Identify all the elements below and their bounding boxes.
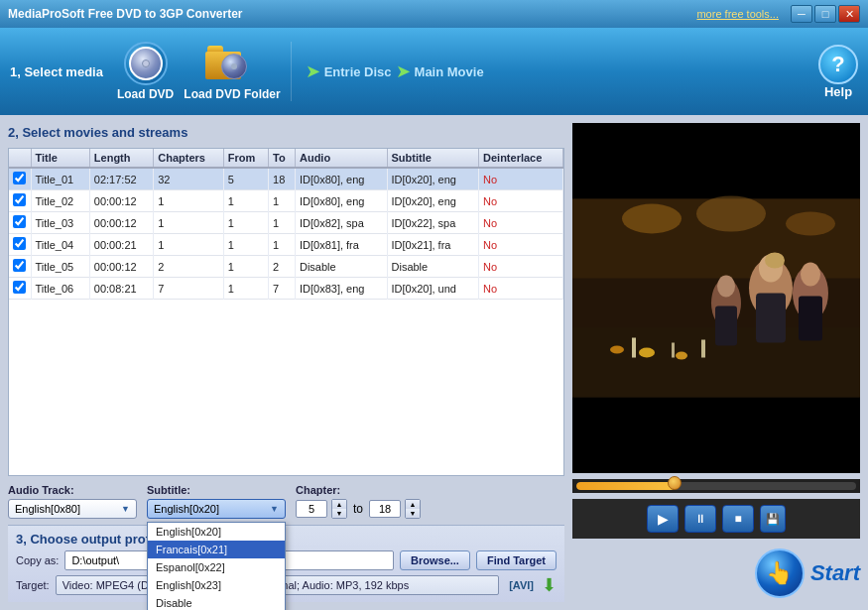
chapter-to-up-button[interactable]: ▲ bbox=[406, 500, 420, 509]
row-checkbox[interactable] bbox=[13, 172, 26, 184]
row-deinterlace: No bbox=[479, 168, 563, 190]
row-chapters: 7 bbox=[154, 278, 223, 300]
toolbar-separator bbox=[291, 42, 292, 101]
app-title: MediaProSoft Free DVD to 3GP Converter bbox=[8, 7, 243, 21]
col-subtitle: Subtitle bbox=[387, 149, 479, 168]
step1-label: 1, Select media bbox=[10, 64, 103, 79]
maximize-button[interactable]: □ bbox=[814, 5, 836, 23]
audio-track-value: English[0x80] bbox=[15, 503, 80, 515]
chapter-from-up-button[interactable]: ▲ bbox=[332, 500, 346, 509]
progress-bar-background bbox=[576, 482, 856, 490]
minimize-button[interactable]: ─ bbox=[791, 5, 812, 23]
row-subtitle: ID[0x20], eng bbox=[387, 190, 479, 212]
row-chapters: 32 bbox=[154, 168, 223, 190]
row-check[interactable] bbox=[9, 190, 31, 212]
row-check[interactable] bbox=[9, 168, 31, 190]
row-from: 1 bbox=[223, 190, 268, 212]
subtitle-value: English[0x20] bbox=[154, 503, 219, 515]
table-row[interactable]: Title_05 00:00:12 2 1 2 Disable Disable … bbox=[9, 256, 563, 278]
row-from: 5 bbox=[223, 168, 268, 190]
row-audio: Disable bbox=[295, 256, 387, 278]
section3-panel: 3, Choose output profile Copy as: Browse… bbox=[8, 525, 564, 602]
close-button[interactable]: ✕ bbox=[838, 5, 860, 23]
table-row[interactable]: Title_02 00:00:12 1 1 1 ID[0x80], eng ID… bbox=[9, 190, 563, 212]
row-check[interactable] bbox=[9, 278, 31, 300]
row-checkbox[interactable] bbox=[13, 281, 26, 294]
row-audio: ID[0x82], spa bbox=[295, 212, 387, 234]
target-label: Target: bbox=[16, 579, 50, 591]
subtitle-option-english20[interactable]: English[0x20] bbox=[148, 523, 285, 541]
table-row[interactable]: Title_01 02:17:52 32 5 18 ID[0x80], eng … bbox=[9, 168, 563, 190]
find-target-button[interactable]: Find Target bbox=[476, 550, 557, 570]
entrie-disc-label[interactable]: Entrie Disc bbox=[324, 64, 392, 79]
help-button[interactable]: ? Help bbox=[818, 45, 858, 99]
row-checkbox[interactable] bbox=[13, 193, 26, 206]
subtitle-group: Subtitle: English[0x20] ▼ English[0x20] … bbox=[147, 484, 286, 519]
table-row[interactable]: Title_03 00:00:12 1 1 1 ID[0x82], spa ID… bbox=[9, 212, 563, 234]
save-frame-button[interactable]: 💾 bbox=[760, 505, 786, 533]
subtitle-option-disable[interactable]: Disable bbox=[148, 594, 285, 610]
progress-thumb[interactable] bbox=[668, 476, 682, 490]
row-length: 02:17:52 bbox=[89, 168, 153, 190]
load-dvd-button[interactable]: Load DVD bbox=[117, 42, 174, 101]
subtitle-select-inner: English[0x20] ▼ bbox=[154, 503, 279, 515]
subtitle-select[interactable]: English[0x20] ▼ bbox=[147, 499, 286, 519]
arrow-main-icon: ➤ bbox=[396, 61, 411, 82]
target-format-badge: [AVI] bbox=[509, 579, 534, 591]
progress-area[interactable] bbox=[572, 479, 860, 493]
col-from: From bbox=[223, 149, 268, 168]
subtitle-option-francais21[interactable]: Francais[0x21] bbox=[148, 541, 285, 558]
title-bar-right: more free tools... ─ □ ✕ bbox=[696, 5, 860, 23]
pause-button[interactable]: ⏸ bbox=[684, 505, 716, 533]
media-table-container[interactable]: Title Length Chapters From To Audio Subt… bbox=[8, 148, 564, 476]
row-to: 7 bbox=[269, 278, 296, 300]
row-title: Title_05 bbox=[31, 256, 89, 278]
table-row[interactable]: Title_04 00:00:21 1 1 1 ID[0x81], fra ID… bbox=[9, 234, 563, 256]
start-button[interactable]: 👆 Start bbox=[755, 549, 860, 598]
subtitle-option-english23[interactable]: English[0x23] bbox=[148, 576, 285, 594]
chapter-to-input[interactable] bbox=[369, 500, 401, 518]
row-checkbox[interactable] bbox=[13, 215, 26, 228]
row-check[interactable] bbox=[9, 212, 31, 234]
stop-button[interactable]: ■ bbox=[722, 505, 754, 533]
audio-track-select[interactable]: English[0x80] ▼ bbox=[8, 499, 137, 519]
subtitle-label: Subtitle: bbox=[147, 484, 286, 496]
media-table: Title Length Chapters From To Audio Subt… bbox=[9, 149, 563, 300]
more-free-tools-link[interactable]: more free tools... bbox=[696, 8, 779, 20]
chapter-label: Chapter: bbox=[296, 484, 421, 496]
load-dvd-folder-button[interactable]: Load DVD Folder bbox=[184, 42, 280, 101]
main-movie-label[interactable]: Main Movie bbox=[415, 64, 484, 79]
main-area: 2, Select movies and streams Title Lengt… bbox=[0, 115, 868, 610]
title-bar: MediaProSoft Free DVD to 3GP Converter m… bbox=[0, 0, 868, 28]
row-title: Title_01 bbox=[31, 168, 89, 190]
row-check[interactable] bbox=[9, 234, 31, 256]
title-bar-left: MediaProSoft Free DVD to 3GP Converter bbox=[8, 7, 243, 21]
row-checkbox[interactable] bbox=[13, 237, 26, 250]
play-button[interactable]: ▶ bbox=[647, 505, 679, 533]
row-to: 1 bbox=[269, 190, 296, 212]
preview-box bbox=[572, 123, 860, 473]
arrows-row: ➤ Entrie Disc ➤ Main Movie bbox=[306, 61, 484, 82]
row-check[interactable] bbox=[9, 256, 31, 278]
chapter-to-down-button[interactable]: ▼ bbox=[406, 509, 420, 518]
audio-track-arrow-icon: ▼ bbox=[121, 504, 130, 514]
row-audio: ID[0x80], eng bbox=[295, 168, 387, 190]
row-title: Title_03 bbox=[31, 212, 89, 234]
start-section: 👆 Start bbox=[572, 545, 860, 602]
chapter-from-spinner[interactable]: ▲ ▼ bbox=[331, 499, 347, 519]
table-row[interactable]: Title_06 00:08:21 7 1 7 ID[0x83], eng ID… bbox=[9, 278, 563, 300]
browse-button[interactable]: Browse... bbox=[400, 550, 470, 570]
disc-modes-section: ➤ Entrie Disc ➤ Main Movie bbox=[306, 61, 484, 82]
load-dvd-icon bbox=[124, 42, 168, 85]
audio-track-group: Audio Track: English[0x80] ▼ bbox=[8, 484, 137, 519]
subtitle-arrow-icon: ▼ bbox=[270, 504, 279, 514]
dvd-overlay-icon bbox=[221, 54, 247, 79]
subtitle-option-espanol22[interactable]: Espanol[0x22] bbox=[148, 558, 285, 576]
chapter-from-down-button[interactable]: ▼ bbox=[332, 509, 346, 518]
chapter-to-spinner[interactable]: ▲ ▼ bbox=[405, 499, 421, 519]
header-toolbar: 1, Select media Load DVD Load DVD Folder… bbox=[0, 28, 868, 115]
chapter-from-input[interactable] bbox=[296, 500, 327, 518]
row-checkbox[interactable] bbox=[13, 259, 26, 272]
row-chapters: 1 bbox=[154, 190, 223, 212]
subtitle-dropdown[interactable]: English[0x20] Francais[0x21] Espanol[0x2… bbox=[147, 522, 286, 610]
